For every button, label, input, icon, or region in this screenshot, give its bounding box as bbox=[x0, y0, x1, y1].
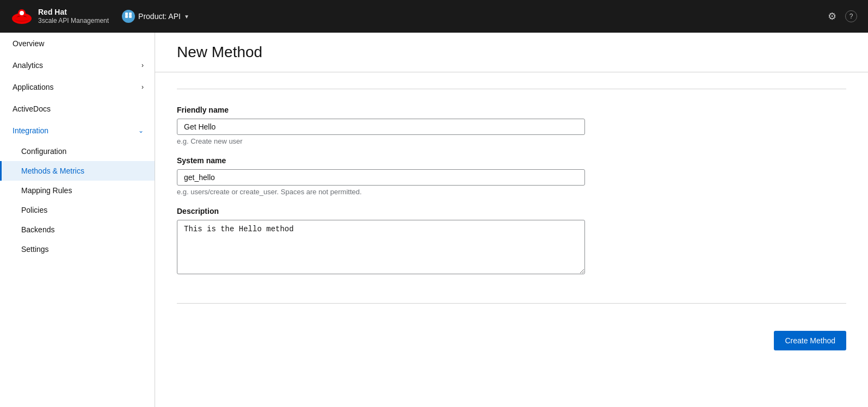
sidebar-subitem-label-configuration: Configuration bbox=[21, 147, 66, 156]
friendly-name-input[interactable] bbox=[177, 119, 585, 135]
main-content: New Method Friendly name e.g. Create new… bbox=[155, 33, 868, 407]
sidebar-item-label-overview: Overview bbox=[13, 39, 44, 48]
topnav-left: Red Hat 3scale API Management Product: A… bbox=[11, 8, 189, 25]
layout: Overview Analytics › Applications › Acti… bbox=[0, 33, 868, 407]
svg-rect-6 bbox=[129, 13, 132, 15]
description-textarea[interactable] bbox=[177, 220, 585, 274]
brand-subtitle: 3scale API Management bbox=[38, 17, 109, 24]
sidebar-subitem-policies[interactable]: Policies bbox=[0, 200, 155, 220]
svg-rect-5 bbox=[125, 13, 128, 15]
friendly-name-hint: e.g. Create new user bbox=[177, 137, 846, 145]
svg-point-2 bbox=[20, 11, 24, 15]
system-name-input[interactable] bbox=[177, 169, 585, 186]
sidebar-subitem-label-methods-metrics: Methods & Metrics bbox=[21, 166, 84, 175]
system-name-hint: e.g. users/create or create_user. Spaces… bbox=[177, 188, 846, 196]
sidebar-item-integration[interactable]: Integration ⌄ bbox=[0, 120, 155, 141]
redhat-logo bbox=[11, 8, 33, 25]
form-container: Friendly name e.g. Create new user Syste… bbox=[155, 72, 868, 378]
system-name-group: System name e.g. users/create or create_… bbox=[177, 156, 846, 196]
system-name-label: System name bbox=[177, 156, 846, 165]
topnav-right: ⚙ ? bbox=[828, 10, 857, 22]
svg-rect-4 bbox=[129, 15, 132, 18]
sidebar-item-applications[interactable]: Applications › bbox=[0, 76, 155, 98]
friendly-name-label: Friendly name bbox=[177, 106, 846, 114]
product-icon bbox=[122, 10, 135, 23]
product-selector[interactable]: Product: API ▼ bbox=[122, 10, 189, 23]
sidebar-subitem-label-policies: Policies bbox=[21, 206, 47, 214]
sidebar-subitem-backends[interactable]: Backends bbox=[0, 220, 155, 239]
brand: Red Hat 3scale API Management bbox=[11, 8, 109, 25]
form-footer: Create Method bbox=[177, 320, 846, 361]
sidebar-subitem-configuration[interactable]: Configuration bbox=[0, 141, 155, 161]
sidebar-item-overview[interactable]: Overview bbox=[0, 33, 155, 54]
sidebar-item-label-analytics: Analytics bbox=[13, 61, 43, 70]
applications-chevron-icon: › bbox=[141, 83, 144, 91]
sidebar-subitem-label-settings: Settings bbox=[21, 245, 49, 254]
page-header: New Method bbox=[155, 33, 868, 72]
svg-rect-3 bbox=[125, 15, 128, 18]
create-method-button[interactable]: Create Method bbox=[774, 331, 846, 350]
sidebar-subitem-methods-metrics[interactable]: Methods & Metrics bbox=[0, 161, 155, 181]
analytics-chevron-icon: › bbox=[141, 61, 144, 69]
product-dropdown-icon[interactable]: ▼ bbox=[184, 14, 189, 20]
description-label: Description bbox=[177, 207, 846, 215]
sidebar-item-analytics[interactable]: Analytics › bbox=[0, 54, 155, 76]
sidebar-item-activedocs[interactable]: ActiveDocs bbox=[0, 98, 155, 120]
top-navigation: Red Hat 3scale API Management Product: A… bbox=[0, 0, 868, 33]
brand-title: Red Hat bbox=[38, 8, 109, 17]
sidebar-item-label-applications: Applications bbox=[13, 83, 54, 91]
sidebar: Overview Analytics › Applications › Acti… bbox=[0, 33, 155, 407]
form-section: Friendly name e.g. Create new user Syste… bbox=[177, 89, 846, 304]
sidebar-subitem-mapping-rules[interactable]: Mapping Rules bbox=[0, 181, 155, 200]
product-cloud-icon bbox=[124, 12, 133, 21]
sidebar-item-label-integration: Integration bbox=[13, 126, 48, 135]
product-label: Product: API bbox=[138, 12, 181, 21]
sidebar-item-label-activedocs: ActiveDocs bbox=[13, 104, 51, 113]
page-title: New Method bbox=[177, 44, 846, 61]
integration-chevron-icon: ⌄ bbox=[138, 127, 144, 134]
brand-text: Red Hat 3scale API Management bbox=[38, 8, 109, 24]
sidebar-subitem-settings[interactable]: Settings bbox=[0, 239, 155, 259]
sidebar-subitem-label-backends: Backends bbox=[21, 225, 54, 234]
sidebar-subitem-label-mapping-rules: Mapping Rules bbox=[21, 186, 72, 195]
friendly-name-group: Friendly name e.g. Create new user bbox=[177, 106, 846, 145]
description-group: Description bbox=[177, 207, 846, 276]
settings-icon[interactable]: ⚙ bbox=[828, 10, 836, 22]
help-icon[interactable]: ? bbox=[845, 10, 857, 22]
